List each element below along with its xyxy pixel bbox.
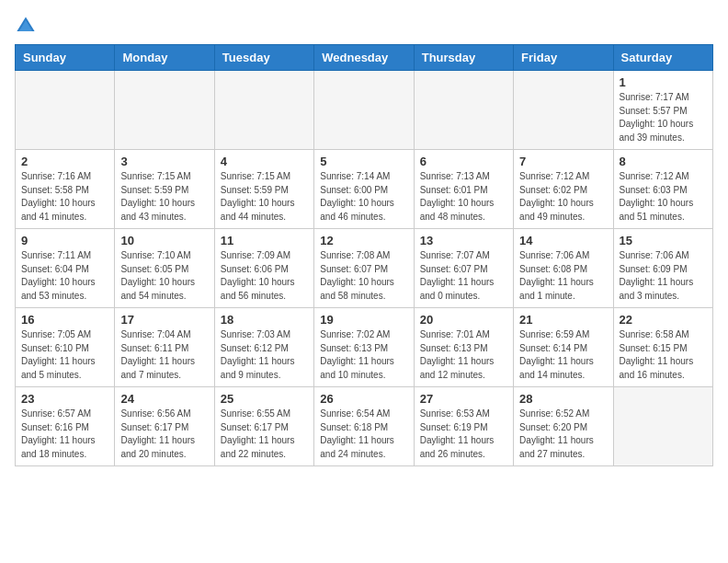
calendar-cell: 2Sunrise: 7:16 AM Sunset: 5:58 PM Daylig…	[16, 150, 115, 229]
calendar-table: SundayMondayTuesdayWednesdayThursdayFrid…	[15, 44, 713, 466]
calendar-week-1: 1Sunrise: 7:17 AM Sunset: 5:57 PM Daylig…	[16, 71, 713, 150]
calendar-cell: 11Sunrise: 7:09 AM Sunset: 6:06 PM Dayli…	[214, 229, 313, 308]
calendar-cell: 5Sunrise: 7:14 AM Sunset: 6:00 PM Daylig…	[314, 150, 414, 229]
calendar-cell	[514, 71, 613, 150]
day-number: 19	[320, 313, 407, 327]
day-info: Sunrise: 7:08 AM Sunset: 6:07 PM Dayligh…	[320, 249, 407, 303]
calendar-cell: 28Sunrise: 6:52 AM Sunset: 6:20 PM Dayli…	[514, 387, 613, 466]
calendar-week-3: 9Sunrise: 7:11 AM Sunset: 6:04 PM Daylig…	[16, 229, 713, 308]
day-number: 10	[120, 234, 208, 247]
day-info: Sunrise: 7:12 AM Sunset: 6:02 PM Dayligh…	[519, 170, 607, 224]
calendar-cell: 26Sunrise: 6:54 AM Sunset: 6:18 PM Dayli…	[314, 387, 414, 466]
calendar-cell: 4Sunrise: 7:15 AM Sunset: 5:59 PM Daylig…	[214, 150, 313, 229]
day-number: 16	[21, 313, 108, 327]
day-number: 5	[320, 155, 407, 168]
day-number: 11	[221, 234, 308, 247]
page-header	[15, 15, 713, 37]
logo	[15, 15, 40, 37]
day-info: Sunrise: 7:06 AM Sunset: 6:09 PM Dayligh…	[620, 249, 707, 303]
day-number: 14	[519, 234, 607, 247]
calendar-week-4: 16Sunrise: 7:05 AM Sunset: 6:10 PM Dayli…	[16, 308, 713, 387]
calendar-cell	[314, 71, 414, 150]
calendar-cell: 22Sunrise: 6:58 AM Sunset: 6:15 PM Dayli…	[613, 308, 712, 387]
calendar-cell: 20Sunrise: 7:01 AM Sunset: 6:13 PM Dayli…	[414, 308, 513, 387]
day-info: Sunrise: 7:15 AM Sunset: 5:59 PM Dayligh…	[221, 170, 308, 224]
day-info: Sunrise: 7:07 AM Sunset: 6:07 PM Dayligh…	[420, 249, 507, 303]
day-number: 26	[320, 392, 407, 406]
calendar-cell: 9Sunrise: 7:11 AM Sunset: 6:04 PM Daylig…	[16, 229, 115, 308]
calendar-week-2: 2Sunrise: 7:16 AM Sunset: 5:58 PM Daylig…	[16, 150, 713, 229]
day-info: Sunrise: 7:14 AM Sunset: 6:00 PM Dayligh…	[320, 170, 407, 224]
day-info: Sunrise: 7:06 AM Sunset: 6:08 PM Dayligh…	[519, 249, 607, 303]
day-info: Sunrise: 6:58 AM Sunset: 6:15 PM Dayligh…	[620, 328, 707, 382]
calendar-cell: 6Sunrise: 7:13 AM Sunset: 6:01 PM Daylig…	[414, 150, 513, 229]
weekday-header-monday: Monday	[115, 45, 214, 71]
day-info: Sunrise: 7:04 AM Sunset: 6:11 PM Dayligh…	[120, 328, 208, 382]
calendar-header-row: SundayMondayTuesdayWednesdayThursdayFrid…	[16, 45, 713, 71]
day-number: 8	[620, 155, 707, 168]
day-number: 21	[519, 313, 607, 327]
calendar-cell	[115, 71, 214, 150]
calendar-cell: 21Sunrise: 6:59 AM Sunset: 6:14 PM Dayli…	[514, 308, 613, 387]
day-info: Sunrise: 7:02 AM Sunset: 6:13 PM Dayligh…	[320, 328, 407, 382]
day-number: 28	[519, 392, 607, 406]
calendar-cell: 23Sunrise: 6:57 AM Sunset: 6:16 PM Dayli…	[16, 387, 115, 466]
calendar-cell: 27Sunrise: 6:53 AM Sunset: 6:19 PM Dayli…	[414, 387, 513, 466]
calendar-cell: 8Sunrise: 7:12 AM Sunset: 6:03 PM Daylig…	[613, 150, 712, 229]
calendar-cell: 17Sunrise: 7:04 AM Sunset: 6:11 PM Dayli…	[115, 308, 214, 387]
day-info: Sunrise: 7:16 AM Sunset: 5:58 PM Dayligh…	[21, 170, 108, 224]
day-number: 12	[320, 234, 407, 247]
calendar-cell	[613, 387, 712, 466]
day-info: Sunrise: 6:54 AM Sunset: 6:18 PM Dayligh…	[320, 408, 407, 461]
day-info: Sunrise: 7:12 AM Sunset: 6:03 PM Dayligh…	[620, 170, 707, 224]
day-number: 18	[221, 313, 308, 327]
day-number: 13	[420, 234, 507, 247]
calendar-cell: 1Sunrise: 7:17 AM Sunset: 5:57 PM Daylig…	[613, 71, 712, 150]
day-number: 20	[420, 313, 507, 327]
day-info: Sunrise: 6:52 AM Sunset: 6:20 PM Dayligh…	[519, 408, 607, 461]
calendar-week-5: 23Sunrise: 6:57 AM Sunset: 6:16 PM Dayli…	[16, 387, 713, 466]
day-number: 17	[120, 313, 208, 327]
day-info: Sunrise: 7:05 AM Sunset: 6:10 PM Dayligh…	[21, 328, 108, 382]
weekday-header-saturday: Saturday	[613, 45, 712, 71]
day-info: Sunrise: 7:03 AM Sunset: 6:12 PM Dayligh…	[221, 328, 308, 382]
calendar-cell	[214, 71, 313, 150]
calendar-cell: 25Sunrise: 6:55 AM Sunset: 6:17 PM Dayli…	[214, 387, 313, 466]
day-number: 3	[120, 155, 208, 168]
day-number: 15	[620, 234, 707, 247]
day-number: 22	[620, 313, 707, 327]
weekday-header-sunday: Sunday	[16, 45, 115, 71]
day-info: Sunrise: 7:09 AM Sunset: 6:06 PM Dayligh…	[221, 249, 308, 303]
day-number: 27	[420, 392, 507, 406]
calendar-cell: 3Sunrise: 7:15 AM Sunset: 5:59 PM Daylig…	[115, 150, 214, 229]
day-info: Sunrise: 7:17 AM Sunset: 5:57 PM Dayligh…	[620, 91, 707, 144]
day-info: Sunrise: 7:13 AM Sunset: 6:01 PM Dayligh…	[420, 170, 507, 224]
day-info: Sunrise: 6:55 AM Sunset: 6:17 PM Dayligh…	[221, 408, 308, 461]
day-info: Sunrise: 6:53 AM Sunset: 6:19 PM Dayligh…	[420, 408, 507, 461]
calendar-cell: 16Sunrise: 7:05 AM Sunset: 6:10 PM Dayli…	[16, 308, 115, 387]
weekday-header-friday: Friday	[514, 45, 613, 71]
day-info: Sunrise: 7:01 AM Sunset: 6:13 PM Dayligh…	[420, 328, 507, 382]
day-number: 9	[21, 234, 108, 247]
logo-icon	[15, 15, 37, 37]
day-number: 7	[519, 155, 607, 168]
weekday-header-wednesday: Wednesday	[314, 45, 414, 71]
calendar-cell: 12Sunrise: 7:08 AM Sunset: 6:07 PM Dayli…	[314, 229, 414, 308]
day-info: Sunrise: 7:15 AM Sunset: 5:59 PM Dayligh…	[120, 170, 208, 224]
day-number: 25	[221, 392, 308, 406]
weekday-header-thursday: Thursday	[414, 45, 513, 71]
weekday-header-tuesday: Tuesday	[214, 45, 313, 71]
calendar-cell: 13Sunrise: 7:07 AM Sunset: 6:07 PM Dayli…	[414, 229, 513, 308]
calendar-cell	[16, 71, 115, 150]
day-number: 24	[120, 392, 208, 406]
day-number: 23	[21, 392, 108, 406]
day-info: Sunrise: 7:10 AM Sunset: 6:05 PM Dayligh…	[120, 249, 208, 303]
day-info: Sunrise: 6:59 AM Sunset: 6:14 PM Dayligh…	[519, 328, 607, 382]
day-number: 1	[620, 75, 707, 89]
calendar-cell: 7Sunrise: 7:12 AM Sunset: 6:02 PM Daylig…	[514, 150, 613, 229]
calendar-cell: 14Sunrise: 7:06 AM Sunset: 6:08 PM Dayli…	[514, 229, 613, 308]
day-info: Sunrise: 7:11 AM Sunset: 6:04 PM Dayligh…	[21, 249, 108, 303]
day-number: 2	[21, 155, 108, 168]
day-info: Sunrise: 6:56 AM Sunset: 6:17 PM Dayligh…	[120, 408, 208, 461]
day-number: 6	[420, 155, 507, 168]
